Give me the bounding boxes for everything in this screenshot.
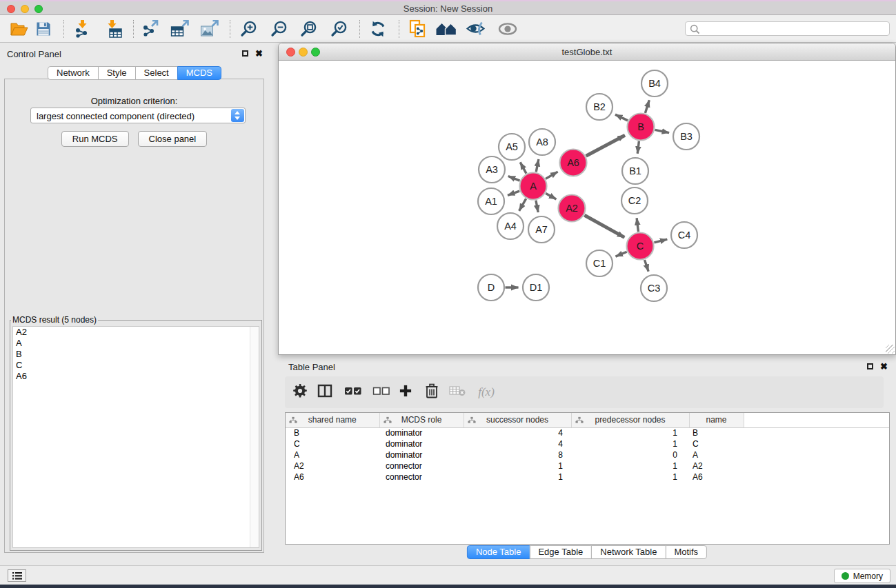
zoom-in-icon[interactable] xyxy=(240,19,259,38)
select-all-icon[interactable] xyxy=(345,386,362,398)
graph-edge-B-B2[interactable] xyxy=(615,114,628,121)
graph-edge-A2-C[interactable] xyxy=(584,215,624,237)
show-column-icon[interactable] xyxy=(317,384,332,401)
export-table-icon[interactable] xyxy=(171,20,190,38)
cell-successor-nodes[interactable]: 1 xyxy=(464,472,571,483)
graph-node-A7[interactable]: A7 xyxy=(528,216,555,243)
graph-node-A6[interactable]: A6 xyxy=(560,150,587,176)
close-panel-icon[interactable]: ✖ xyxy=(880,363,888,370)
cell-name[interactable]: B xyxy=(689,427,744,438)
cell-successor-nodes[interactable]: 4 xyxy=(464,427,571,438)
cell-name[interactable]: A2 xyxy=(689,460,744,472)
tab-network[interactable]: Network xyxy=(48,66,99,80)
graph-node-B1[interactable]: B1 xyxy=(622,158,648,184)
mcds-result-item[interactable]: C xyxy=(13,360,259,371)
graph-node-A5[interactable]: A5 xyxy=(499,134,525,160)
result-list-scrollbar[interactable] xyxy=(250,327,259,547)
graph-edge-A6-B[interactable] xyxy=(586,135,625,156)
network-canvas[interactable]: B4B2BB3A8A5A6A3B1AC2A1A2A4A7C4CC1C3DD1 xyxy=(279,61,895,354)
graph-node-A2[interactable]: A2 xyxy=(559,195,586,222)
export-image-icon[interactable] xyxy=(201,20,219,38)
network-window-titlebar[interactable]: testGlobe.txt xyxy=(279,43,895,61)
tab-network-table[interactable]: Network Table xyxy=(591,545,666,559)
graph-node-D1[interactable]: D1 xyxy=(523,274,549,301)
mcds-result-list[interactable]: A2ABCA6 xyxy=(12,326,259,548)
graph-node-C2[interactable]: C2 xyxy=(621,187,648,214)
graph-edge-A-A1[interactable] xyxy=(508,191,519,195)
cell-MCDS-role[interactable]: dominator xyxy=(379,438,464,449)
task-history-button[interactable] xyxy=(8,569,26,582)
zoom-selected-icon[interactable] xyxy=(330,19,349,38)
deselect-all-icon[interactable] xyxy=(373,386,390,398)
import-table-icon[interactable] xyxy=(105,20,123,38)
cell-shared-name[interactable]: A xyxy=(286,449,379,460)
tab-edge-table[interactable]: Edge Table xyxy=(529,545,592,559)
float-panel-icon[interactable] xyxy=(242,50,248,57)
memory-button[interactable]: Memory xyxy=(834,569,890,583)
table-row[interactable]: Adominator80A xyxy=(286,449,890,460)
cell-MCDS-role[interactable]: dominator xyxy=(379,449,464,460)
column-header-MCDS-role[interactable]: MCDS role xyxy=(379,413,464,427)
delete-row-icon[interactable] xyxy=(425,383,439,401)
graph-edge-A-A5[interactable] xyxy=(520,162,526,173)
float-panel-icon[interactable] xyxy=(867,363,873,369)
graph-node-B3[interactable]: B3 xyxy=(673,123,699,150)
open-session-icon[interactable] xyxy=(10,21,28,37)
graph-node-C1[interactable]: C1 xyxy=(586,250,613,276)
graph-node-C3[interactable]: C3 xyxy=(641,275,667,301)
search-input[interactable] xyxy=(702,23,885,34)
graph-edge-C-C1[interactable] xyxy=(616,252,627,256)
graph-node-B[interactable]: B xyxy=(628,114,655,141)
cell-successor-nodes[interactable]: 4 xyxy=(464,438,571,449)
graph-node-B4[interactable]: B4 xyxy=(641,70,668,97)
graph-node-C[interactable]: C xyxy=(627,233,654,260)
column-header-name[interactable]: name xyxy=(689,413,744,427)
mcds-result-item[interactable]: A xyxy=(13,338,259,349)
graph-edge-B-B3[interactable] xyxy=(655,130,670,132)
graph-edge-A-A4[interactable] xyxy=(519,199,526,211)
cell-name[interactable]: A6 xyxy=(689,472,744,483)
graph-edge-B-B4[interactable] xyxy=(645,100,649,113)
cell-predecessor-nodes[interactable]: 1 xyxy=(571,438,689,449)
graph-node-A8[interactable]: A8 xyxy=(529,129,555,155)
graph-node-C4[interactable]: C4 xyxy=(671,222,697,248)
column-header-shared-name[interactable]: shared name xyxy=(286,413,379,427)
cell-predecessor-nodes[interactable]: 1 xyxy=(571,460,689,472)
save-session-icon[interactable] xyxy=(36,21,52,37)
graph-edge-A-A8[interactable] xyxy=(536,159,539,172)
cell-predecessor-nodes[interactable]: 1 xyxy=(571,427,689,438)
graph-edge-C-C3[interactable] xyxy=(645,260,649,272)
graph-node-A[interactable]: A xyxy=(520,173,547,200)
table-row[interactable]: Cdominator41C xyxy=(286,438,890,449)
tab-mcds[interactable]: MCDS xyxy=(177,66,221,80)
run-mcds-button[interactable]: Run MCDS xyxy=(61,131,129,147)
cell-shared-name[interactable]: A6 xyxy=(286,472,379,483)
table-row[interactable]: A6connector11A6 xyxy=(286,472,890,483)
cell-shared-name[interactable]: C xyxy=(286,438,379,449)
cell-successor-nodes[interactable]: 8 xyxy=(464,449,571,460)
graph-node-A1[interactable]: A1 xyxy=(478,188,504,214)
cell-name[interactable]: C xyxy=(689,438,744,449)
table-row[interactable]: A2connector11A2 xyxy=(286,460,890,472)
column-header-predecessor-nodes[interactable]: predecessor nodes xyxy=(571,413,689,427)
cell-successor-nodes[interactable]: 1 xyxy=(464,460,571,472)
graph-edge-C-C2[interactable] xyxy=(637,218,638,232)
graph-node-A3[interactable]: A3 xyxy=(479,156,505,183)
graph-edge-A-A3[interactable] xyxy=(508,176,520,181)
mcds-result-item[interactable]: B xyxy=(13,349,259,360)
close-panel-icon[interactable]: ✖ xyxy=(255,50,263,57)
tab-style[interactable]: Style xyxy=(98,66,136,80)
import-network-icon[interactable] xyxy=(74,20,92,38)
mcds-result-item[interactable]: A6 xyxy=(13,371,259,382)
resize-grip-icon[interactable] xyxy=(886,345,895,354)
criterion-select[interactable]: largest connected component (directed) xyxy=(30,108,246,123)
refresh-icon[interactable] xyxy=(369,20,387,38)
tab-motifs[interactable]: Motifs xyxy=(665,545,707,559)
mcds-result-item[interactable]: A2 xyxy=(13,327,259,338)
cell-shared-name[interactable]: B xyxy=(286,427,379,438)
graph-edge-B-B1[interactable] xyxy=(637,141,639,154)
cell-MCDS-role[interactable]: dominator xyxy=(379,427,464,438)
search-field[interactable] xyxy=(685,21,890,36)
cell-predecessor-nodes[interactable]: 1 xyxy=(571,472,689,483)
graph-edge-C-C4[interactable] xyxy=(654,239,667,243)
